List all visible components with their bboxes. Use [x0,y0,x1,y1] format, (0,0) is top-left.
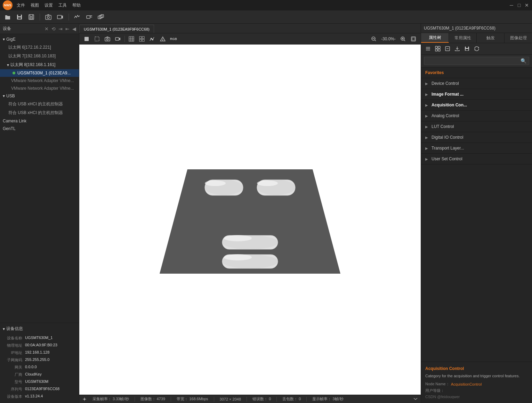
svg-point-26 [151,38,152,39]
sidebar-item-vmware1[interactable]: VMware Network Adapter VMne... [0,77,79,84]
svg-rect-2 [18,17,21,19]
sidebar-item-camera[interactable]: UGSMT630M_1 (0123EA9... [0,69,79,77]
titlebar: NWS 文件 视图 设置 工具 帮助 ─ □ ✕ [0,0,532,10]
status-acquire-icon [82,397,87,402]
menu-tools[interactable]: 工具 [58,2,67,8]
svg-rect-6 [57,15,62,19]
main-tab[interactable]: UGSMT630M_1 (0123EA9F9F6CC68) [79,25,154,33]
open-folder-button[interactable] [3,12,13,22]
zoom-out-btn[interactable] [369,34,378,43]
capture-button[interactable] [43,12,53,22]
bottom-info-node-row: Node Name： AcquisitionControl [425,381,528,387]
snapshot-button[interactable] [103,34,112,43]
maximize-button[interactable]: □ [517,3,522,8]
status-sep-4 [247,397,247,402]
live-button[interactable] [55,12,65,22]
prop-device-control[interactable]: ▶ Device Control [421,78,532,89]
tree-section-cameralink[interactable]: Camera Link [0,117,79,125]
camera-label: UGSMT630M_1 (0123EA9... [17,71,71,75]
menu-file[interactable]: 文件 [17,2,25,8]
device-control-label: Device Control [432,81,459,86]
sidebar-item-usb2[interactable]: 符合 USB xHCI 的主机控制器 [0,108,79,117]
chart-button[interactable] [148,34,157,43]
prop-refresh-btn[interactable] [473,45,481,53]
stop-button[interactable] [82,34,91,43]
sidebar-action-1[interactable]: ✕ [45,26,49,32]
waveform-button[interactable] [72,12,82,22]
sidebar-item-eth6[interactable]: 以太网 6[172.16.2.221] [0,43,79,52]
svg-point-46 [257,180,278,186]
menu-help[interactable]: 帮助 [72,2,81,8]
device-info-row: IP地址 192.168.1.128 [3,349,76,356]
tab-common-props[interactable]: 常用属性 [449,33,477,43]
zoom-control: -30.0%- [369,34,418,43]
device-info-section: ▾ 设备信息 设备名称 UGSMT630M_1 物理地址 00:0A:A0:8F… [0,323,79,403]
toolbar-separator-2 [68,14,69,21]
transport-layer-chevron: ▶ [425,146,429,150]
search-input[interactable] [424,57,529,65]
zoom-in-btn[interactable] [398,34,408,43]
sidebar-item-vmware2[interactable]: VMware Network Adapter VMne... [0,84,79,92]
right-panel-header: UGSMT630M_1 (0123EA9F9F6CC68) [421,24,532,33]
device-status-dot [13,72,15,74]
save-as-button[interactable] [26,12,36,22]
prop-export-btn[interactable] [453,45,461,53]
tree-section-usb[interactable]: ▾ USB [0,92,79,100]
prop-acquisition-control[interactable]: ▶ Acquisition Con... [421,100,532,111]
sidebar-action-4[interactable]: ⇤ [65,26,70,32]
gige-chevron: ▾ [3,37,5,42]
tree-section-gentl[interactable]: GenTL [0,125,79,132]
grid-button[interactable] [127,34,136,43]
digital-io-label: Digital IO Control [432,135,463,140]
status-display-rate: 显示帧率： 3帧/秒 [312,396,343,402]
svg-rect-23 [142,37,144,39]
grid2-button[interactable] [137,34,146,43]
sidebar-item-eth7[interactable]: 以太网 7[192.168.10.183] [0,52,79,61]
svg-point-15 [107,38,108,40]
prop-save-btn[interactable] [463,45,471,53]
prop-transport-layer[interactable]: ▶ Transport Layer... [421,143,532,154]
svg-rect-1 [18,15,21,16]
rgb-button[interactable]: RGB [169,34,178,43]
menu-settings[interactable]: 设置 [45,2,53,8]
save-button[interactable] [15,12,24,22]
prop-list-btn[interactable] [424,45,432,53]
sidebar-action-3[interactable]: ⇥ [58,26,63,32]
sidebar-collapse-btn[interactable]: ◀ [72,26,76,32]
sidebar-title: 设备 [3,26,11,32]
tab-image-processing[interactable]: 图像处理 [505,33,532,43]
app-logo: NWS [3,0,13,10]
video-button[interactable] [113,34,122,43]
prop-lut-control[interactable]: ▶ LUT Control [421,121,532,132]
main-layout: 设备 ✕ ⟲ ⇥ ⇤ ◀ ▾ GigE 以太网 6[172.16.2.221] … [0,24,532,403]
device-info-header[interactable]: ▾ 设备信息 [3,326,76,332]
prop-image-format[interactable]: ▶ Image Format ... [421,89,532,100]
svg-point-52 [224,254,252,260]
prop-collapse-btn[interactable] [443,45,452,53]
device-info-rows: 设备名称 UGSMT630M_1 物理地址 00:0A:A0:8F:B0:23 … [3,335,76,400]
status-image-count: 图像数： 4739 [140,396,166,402]
sidebar-action-2[interactable]: ⟲ [51,26,56,32]
status-expand-btn[interactable] [413,396,418,402]
record-button[interactable] [84,12,94,22]
svg-point-30 [163,40,163,40]
fit-button[interactable] [409,34,418,43]
menu-view[interactable]: 视图 [31,2,39,8]
tree-section-gige[interactable]: ▾ GigE [0,35,79,43]
status-sep-5 [276,397,277,402]
multi-record-button[interactable] [96,12,106,22]
svg-rect-25 [142,39,144,41]
prop-user-set[interactable]: ▶ User Set Control [421,154,532,164]
warning-button[interactable] [158,34,167,43]
selection-button[interactable] [92,34,102,43]
prop-digital-io[interactable]: ▶ Digital IO Control [421,132,532,143]
prop-expand-btn[interactable] [434,45,442,53]
cameralink-label: Camera Link [3,119,26,123]
prop-analog-control[interactable]: ▶ Analog Control [421,111,532,121]
sidebar-item-eth8[interactable]: ▾ 以太网 8[192.168.1.161] [0,61,79,69]
close-button[interactable]: ✕ [524,3,529,8]
tab-property-tree[interactable]: 属性树 [421,33,449,43]
tab-trigger[interactable]: 触发 [477,33,505,43]
sidebar-item-usb1[interactable]: 符合 USB xHCI 的主机控制器 [0,100,79,108]
minimize-button[interactable]: ─ [509,3,514,8]
